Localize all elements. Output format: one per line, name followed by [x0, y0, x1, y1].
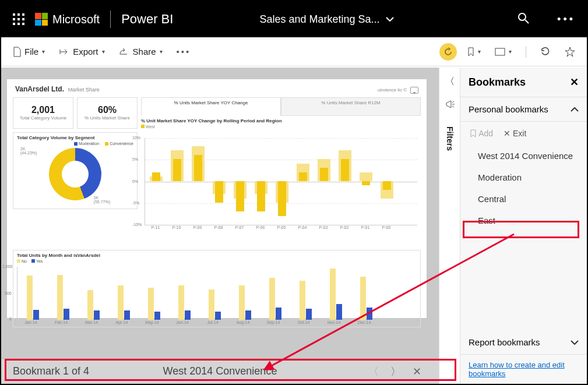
chart-tabs: % Units Market Share YOY Change % Units …: [141, 97, 421, 116]
bookmarks-pane: Bookmarks ✕ Personal bookmarks Add ✕ Exi…: [460, 68, 587, 384]
separator: [526, 46, 526, 58]
kpi-label: Total Category Volume: [20, 115, 67, 121]
tab-r12m[interactable]: % Units Market Share R12M: [281, 97, 421, 116]
units-title: Total Units by Month and isVanArsdel: [17, 253, 417, 258]
bookmark-item[interactable]: West 2014 Convenience: [460, 145, 587, 167]
view-icon: [495, 48, 505, 56]
kpi-label: % Units Market Share: [84, 115, 130, 121]
microsoft-label: Microsoft: [52, 13, 100, 26]
star-icon: [565, 47, 575, 57]
bookmark-dropdown[interactable]: ▾: [464, 45, 484, 59]
chevron-down-icon: [571, 340, 579, 345]
chevron-up-icon: [571, 107, 579, 112]
bookmark-prev-button[interactable]: 〈: [362, 365, 385, 379]
reset-button[interactable]: [439, 43, 457, 61]
svg-line-1: [525, 20, 529, 23]
chevron-down-icon: ▾: [42, 48, 45, 55]
filters-rail: 〈 Filters: [439, 68, 460, 384]
bookmark-add-icon: [470, 129, 477, 137]
chevron-down-icon: ▾: [509, 48, 512, 55]
separator: [110, 10, 111, 28]
bookmark-nav-bar: Bookmark 1 of 4 West 2014 Convenience 〈 …: [1, 358, 439, 384]
export-label: Export: [73, 47, 98, 56]
refresh-icon: [540, 47, 551, 57]
file-menu[interactable]: File ▾: [9, 44, 48, 59]
file-label: File: [24, 47, 38, 56]
kpi-market-share[interactable]: 60% % Units Market Share: [77, 97, 138, 129]
microsoft-logo: Microsoft: [35, 13, 100, 26]
bookmark-current: West 2014 Convenience: [163, 365, 277, 377]
search-icon[interactable]: [517, 12, 529, 27]
svg-rect-2: [495, 48, 505, 55]
legend-convenience: Convenience: [110, 142, 133, 146]
microsoft-logo-icon: [35, 13, 48, 26]
view-dropdown[interactable]: ▾: [491, 45, 515, 58]
legend-no: No: [22, 259, 27, 263]
bookmark-icon: [467, 47, 474, 56]
personal-bookmarks-label: Personal bookmarks: [469, 104, 548, 114]
donut-slice-label-a: 2K (44.23%): [20, 147, 37, 155]
report-company: VanArsdel Ltd.: [15, 85, 64, 93]
product-brand: Power BI: [121, 12, 173, 27]
add-bookmark-button: Add: [470, 129, 493, 138]
chevron-down-icon: ▾: [160, 48, 163, 55]
kpi-total-volume[interactable]: 2,001 Total Category Volume: [13, 97, 73, 129]
svg-point-0: [519, 13, 526, 20]
legend-moderation: Moderation: [79, 142, 99, 146]
donut-chart[interactable]: Total Category Volume by Segment Moderat…: [13, 132, 138, 209]
report-canvas-area: VanArsdel Ltd. Market Share obvience llc…: [1, 68, 439, 384]
favorite-button[interactable]: [561, 44, 579, 59]
expand-left-icon[interactable]: 〈: [445, 76, 455, 88]
command-bar: File ▾ Export ▾ Share ▾ ••• ▾ ▾: [1, 37, 587, 66]
report-credit: obvience llc ©: [378, 87, 407, 93]
more-options[interactable]: •••: [173, 44, 195, 59]
report-switcher[interactable]: Sales and Marketing Sa...: [259, 13, 393, 26]
chevron-down-icon: ▾: [478, 48, 481, 55]
global-header: Microsoft Power BI Sales and Marketing S…: [1, 1, 587, 37]
donut-title: Total Category Volume by Segment: [17, 135, 133, 140]
close-pane-button[interactable]: ✕: [570, 76, 579, 89]
export-menu[interactable]: Export ▾: [55, 44, 108, 59]
share-icon: [119, 48, 129, 56]
app-launcher-icon[interactable]: [13, 13, 24, 25]
share-label: Share: [133, 47, 156, 56]
legend-yes: Yes: [36, 259, 43, 263]
export-icon: [59, 48, 69, 56]
comment-icon[interactable]: [410, 87, 418, 94]
bookmark-item[interactable]: Moderation: [460, 167, 587, 188]
chevron-down-icon: ▾: [102, 48, 105, 55]
report-name: Sales and Marketing Sa...: [259, 13, 379, 26]
bookmark-item[interactable]: Central: [460, 188, 587, 210]
units-bar-chart[interactable]: Total Units by Month and isVanArsdel No …: [13, 250, 421, 327]
bookmark-close-button[interactable]: ✕: [407, 365, 427, 378]
share-menu[interactable]: Share ▾: [115, 44, 166, 59]
bookmarks-title: Bookmarks: [469, 76, 526, 89]
yoy-bar-chart[interactable]: 10% 5% 0% -5% -10% P-11P-10P-09P-08P-07P…: [141, 132, 421, 246]
kpi-value: 60%: [98, 105, 117, 115]
donut-ring: [49, 148, 101, 200]
chevron-down-icon: [386, 17, 394, 22]
exit-bookmarks-button[interactable]: ✕ Exit: [504, 129, 526, 138]
bar-legend: West: [146, 125, 155, 129]
bookmark-item[interactable]: East: [460, 210, 587, 231]
report-page: VanArsdel Ltd. Market Share obvience llc…: [7, 79, 427, 318]
tab-yoy-change[interactable]: % Units Market Share YOY Change: [141, 97, 281, 116]
bar-chart-title: % Unit Market Share YOY Change by Rollin…: [141, 118, 421, 123]
reset-icon: [443, 47, 453, 56]
report-bookmarks-label: Report bookmarks: [469, 337, 540, 347]
refresh-button[interactable]: [537, 44, 554, 59]
bookmark-counter: Bookmark 1 of 4: [13, 365, 89, 377]
bookmark-next-button[interactable]: 〉: [385, 365, 407, 379]
report-subtitle: Market Share: [68, 87, 100, 93]
file-icon: [13, 47, 21, 57]
filters-label[interactable]: Filters: [445, 126, 455, 151]
report-bookmarks-section[interactable]: Report bookmarks: [460, 330, 587, 355]
megaphone-icon[interactable]: [445, 100, 455, 109]
more-icon[interactable]: •••: [557, 13, 575, 26]
donut-slice-label-b: 3K (55.77%): [94, 196, 110, 204]
learn-bookmarks-link[interactable]: Learn how to create and edit bookmarks: [460, 355, 587, 384]
kpi-value: 2,001: [31, 105, 55, 115]
personal-bookmarks-section[interactable]: Personal bookmarks: [460, 97, 587, 122]
